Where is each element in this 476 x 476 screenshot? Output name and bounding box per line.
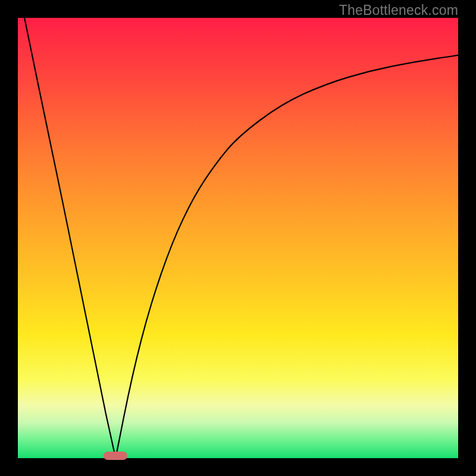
bottleneck-curve: [18, 18, 458, 458]
plot-area: [18, 18, 458, 458]
chart-frame: TheBottleneck.com: [0, 0, 476, 476]
optimum-marker: [104, 452, 127, 460]
watermark-text: TheBottleneck.com: [339, 2, 458, 18]
